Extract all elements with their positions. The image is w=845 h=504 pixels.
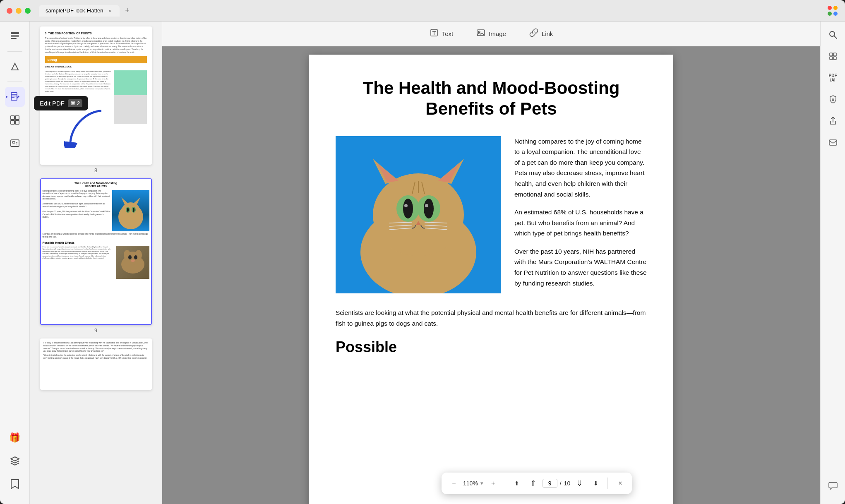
page-number-9: 9 xyxy=(94,327,97,334)
svg-rect-7 xyxy=(11,38,17,39)
zoom-out-button[interactable]: − xyxy=(447,476,461,491)
svg-point-35 xyxy=(131,259,135,262)
text-tool-button[interactable]: Text xyxy=(425,26,459,42)
active-indicator xyxy=(6,96,7,98)
thumbnail-panel: 3. THE COMPOSITION OF POINTS The composi… xyxy=(30,22,162,504)
layers-button[interactable] xyxy=(5,451,25,471)
chat-button[interactable] xyxy=(825,478,841,494)
svg-rect-4 xyxy=(11,32,19,34)
svg-point-33 xyxy=(128,255,132,259)
page-total: 10 xyxy=(564,480,571,487)
nav-divider-1 xyxy=(505,478,505,489)
sidebar-divider-1 xyxy=(7,51,22,52)
pdf-page: The Health and Mood-Boosting Benefits of… xyxy=(309,55,673,504)
maximize-button[interactable] xyxy=(25,8,31,14)
tooltip-label: Edit PDF xyxy=(40,100,65,107)
reader-view-button[interactable] xyxy=(5,26,25,46)
pdf-text-column: Nothing compares to the joy of coming ho… xyxy=(514,136,647,296)
svg-rect-6 xyxy=(11,36,19,37)
thumbnail-img-8: 3. THE COMPOSITION OF POINTS The composi… xyxy=(41,27,151,164)
svg-marker-24 xyxy=(134,197,140,204)
search-button[interactable] xyxy=(825,26,841,43)
text-icon xyxy=(430,28,439,39)
thumb-9-title: The Health and Mood-BoostingBenefits of … xyxy=(41,179,151,189)
share-button[interactable] xyxy=(825,113,841,129)
sidebar-divider-2 xyxy=(7,82,22,82)
pdf-page-title: The Health and Mood-Boosting Benefits of… xyxy=(336,78,647,120)
zoom-in-button[interactable]: + xyxy=(486,476,501,491)
link-tool-button[interactable]: Link xyxy=(524,26,558,42)
svg-rect-9 xyxy=(11,93,17,100)
scan-document-button[interactable] xyxy=(825,48,841,65)
svg-marker-23 xyxy=(121,197,128,204)
next-page-button[interactable]: ⇓ xyxy=(572,476,587,491)
svg-rect-18 xyxy=(12,142,15,143)
image-tool-label: Image xyxy=(489,30,506,37)
svg-point-3 xyxy=(833,12,838,16)
svg-point-34 xyxy=(134,255,137,259)
thumbnail-item-9: The Health and Mood-BoostingBenefits of … xyxy=(33,178,158,334)
zoom-display: 110% ▼ xyxy=(463,480,484,487)
thumbnail-card-10[interactable]: It is today to answer about how a cat ca… xyxy=(40,338,152,390)
pdf-paragraph-1: Nothing compares to the joy of coming ho… xyxy=(514,136,647,199)
image-icon xyxy=(476,28,485,39)
first-page-button[interactable]: ⬆ xyxy=(509,476,524,491)
svg-rect-70 xyxy=(829,140,837,145)
protect-button[interactable] xyxy=(825,91,841,108)
page-number-8: 8 xyxy=(94,167,97,173)
pdf-paragraph-2: An estimated 68% of U.S. households have… xyxy=(514,207,647,239)
svg-point-28 xyxy=(133,208,134,212)
svg-rect-67 xyxy=(833,57,836,60)
svg-rect-5 xyxy=(11,35,19,36)
thumbnail-card-9[interactable]: The Health and Mood-BoostingBenefits of … xyxy=(40,178,152,325)
svg-point-1 xyxy=(833,6,838,10)
gift-button[interactable]: 🎁 xyxy=(5,428,25,448)
svg-rect-13 xyxy=(11,116,14,120)
tooltip-shortcut: ⌘ 2 xyxy=(68,99,82,107)
bookmark-button[interactable] xyxy=(5,474,25,494)
zoom-chevron: ▼ xyxy=(480,481,484,486)
highlight-button[interactable] xyxy=(5,57,25,77)
sidebar-bottom: 🎁 xyxy=(5,428,25,499)
link-icon xyxy=(529,28,538,39)
pdf-ai-button[interactable]: PDF/AI xyxy=(825,70,841,86)
close-button[interactable] xyxy=(7,8,12,14)
svg-rect-66 xyxy=(830,57,833,60)
edit-pdf-button[interactable] xyxy=(5,87,25,107)
svg-point-2 xyxy=(828,12,832,16)
app-window: samplePDF-lock-Flatten × + xyxy=(0,0,845,504)
svg-point-68 xyxy=(832,99,834,101)
svg-point-27 xyxy=(127,208,129,212)
mail-button[interactable] xyxy=(825,134,841,151)
minimize-button[interactable] xyxy=(16,8,22,14)
tooltip-edit-pdf: Edit PDF ⌘ 2 xyxy=(34,96,88,110)
svg-rect-16 xyxy=(15,120,19,124)
pdf-scroll-area[interactable]: The Health and Mood-Boosting Benefits of… xyxy=(162,46,820,504)
active-tab[interactable]: samplePDF-lock-Flatten × xyxy=(39,5,120,17)
svg-rect-14 xyxy=(15,116,19,120)
toolbar: Text Image xyxy=(162,22,820,46)
pdf-two-column-section: Nothing compares to the joy of coming ho… xyxy=(336,136,647,296)
nav-close-button[interactable]: × xyxy=(614,477,627,490)
prev-page-button[interactable]: ⇑ xyxy=(526,476,541,491)
svg-point-53 xyxy=(404,204,408,207)
link-tool-label: Link xyxy=(542,30,553,37)
last-page-button[interactable]: ⬇ xyxy=(588,476,603,491)
page-display: / 10 xyxy=(543,479,570,488)
text-tool-label: Text xyxy=(442,30,454,37)
thumbnail-item-10: It is today to answer about how a cat ca… xyxy=(33,338,158,390)
pdf-body-text: Scientists are looking at what the poten… xyxy=(336,307,647,329)
right-strip: PDF/AI xyxy=(820,22,845,504)
organize-button[interactable] xyxy=(5,110,25,130)
svg-point-62 xyxy=(830,31,835,36)
thumbnail-card-8[interactable]: 3. THE COMPOSITION OF POINTS The composi… xyxy=(40,26,152,165)
rainbow-icon xyxy=(827,5,838,17)
add-tab-button[interactable]: + xyxy=(121,5,133,17)
svg-rect-64 xyxy=(830,53,833,56)
navigation-bar: − 110% ▼ + ⬆ ⇑ / 10 ⇓ ⬇ × xyxy=(442,473,632,494)
forms-button[interactable] xyxy=(5,133,25,153)
tab-close-button[interactable]: × xyxy=(106,7,113,14)
chat-button-container xyxy=(825,478,841,499)
image-tool-button[interactable]: Image xyxy=(471,26,511,42)
page-input[interactable] xyxy=(543,479,557,488)
